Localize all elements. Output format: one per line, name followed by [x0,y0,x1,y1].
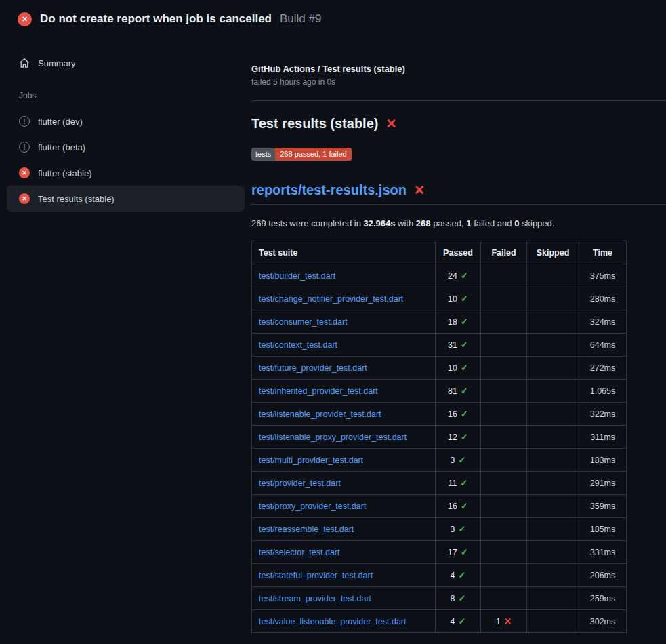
skipped-cell [527,610,579,633]
passed-cell: 18✓ [436,310,481,334]
test-suite-cell: test/reassemble_test.dart [252,518,436,541]
x-circle-icon: ✕ [18,12,32,26]
table-row: test/listenable_provider_test.dart16✓322… [252,403,627,426]
table-row: test/multi_provider_test.dart3✓183ms [252,449,627,472]
test-suite-link[interactable]: test/consumer_test.dart [259,317,348,327]
test-suite-link[interactable]: test/stateful_provider_test.dart [259,571,373,580]
failed-count: 1 [496,617,501,626]
home-icon [19,58,30,68]
alert-circle-icon: ! [19,142,30,153]
col-header-passed: Passed [436,241,481,264]
sidebar-item-label: flutter (stable) [38,168,91,178]
check-icon: ✓ [461,432,468,442]
table-row: test/stream_provider_test.dart8✓259ms [252,587,627,610]
time-cell: 322ms [579,403,627,426]
report-heading: reports/test-results.json ✕ [251,182,666,205]
test-suite-cell: test/change_notifier_provider_test.dart [252,287,436,310]
test-suite-cell: test/stateful_provider_test.dart [252,564,436,587]
passed-count: 31 [448,340,457,350]
test-suite-link[interactable]: test/reassemble_test.dart [259,525,354,534]
sidebar-item-test-results-stable[interactable]: ✕Test results (stable) [7,186,245,212]
check-icon: ✓ [461,363,468,373]
check-icon: ✓ [459,570,466,580]
table-row: test/future_provider_test.dart10✓272ms [252,357,627,380]
time-cell: 324ms [579,310,627,334]
test-suite-link[interactable]: test/value_listenable_provider_test.dart [259,617,407,626]
alert-circle-icon: ! [19,116,30,127]
passed-cell: 81✓ [436,380,481,403]
passed-count: 24 [448,271,457,281]
time-cell: 272ms [579,357,627,380]
test-suite-cell: test/builder_test.dart [252,264,436,287]
skipped-cell [527,449,579,472]
skipped-cell [527,403,579,426]
passed-cell: 24✓ [436,264,481,287]
table-row: test/selector_test.dart17✓331ms [252,541,627,564]
breadcrumb: GitHub Actions / Test results (stable) [251,64,666,74]
check-icon: ✓ [459,593,466,603]
table-header-row: Test suite Passed Failed Skipped Time [252,241,627,264]
skipped-cell [527,564,579,587]
sidebar-item-label: flutter (beta) [38,142,85,153]
check-icon: ✓ [461,317,468,327]
passed-cell: 4✓ [436,564,481,587]
test-suite-link[interactable]: test/stream_provider_test.dart [259,594,371,603]
test-suite-cell: test/selector_test.dart [252,541,436,564]
test-suite-link[interactable]: test/listenable_proxy_provider_test.dart [259,432,407,442]
table-row: test/proxy_provider_test.dart16✓359ms [252,495,627,518]
divider [251,100,666,101]
passed-count: 18 [448,317,457,327]
test-suite-link[interactable]: test/inherited_provider_test.dart [259,386,378,396]
sidebar-item-flutter-beta[interactable]: !flutter (beta) [7,134,245,160]
passed-cell: 8✓ [436,587,481,610]
test-suite-cell: test/multi_provider_test.dart [252,449,436,472]
app-header: ✕ Do not create report when job is cance… [0,0,666,38]
table-row: test/builder_test.dart24✓375ms [252,264,627,287]
failed-cell [481,472,527,495]
test-suite-link[interactable]: test/multi_provider_test.dart [259,456,363,465]
time-cell: 302ms [579,610,627,633]
test-suite-link[interactable]: test/future_provider_test.dart [259,363,367,373]
check-icon: ✓ [461,340,468,350]
failed-cell [481,518,527,541]
test-suite-link[interactable]: test/context_test.dart [259,340,337,350]
failed-cell [481,587,527,610]
test-suite-link[interactable]: test/change_notifier_provider_test.dart [259,294,403,304]
test-suite-link[interactable]: test/proxy_provider_test.dart [259,502,366,511]
sidebar-summary-label: Summary [38,58,76,68]
test-suite-cell: test/listenable_proxy_provider_test.dart [252,426,436,449]
failed-cell [481,380,527,403]
test-suite-link[interactable]: test/provider_test.dart [259,479,341,488]
time-cell: 331ms [579,541,627,564]
sidebar-item-summary[interactable]: Summary [7,52,245,75]
test-suite-link[interactable]: test/builder_test.dart [259,271,335,281]
sidebar-item-label: flutter (dev) [38,117,83,127]
check-icon: ✓ [459,524,466,534]
test-suite-link[interactable]: test/selector_test.dart [259,548,340,557]
skipped-cell [527,518,579,541]
sidebar-jobs: !flutter (dev)!flutter (beta)✕flutter (s… [0,108,251,212]
report-file-link[interactable]: reports/test-results.json [251,182,407,198]
passed-cell: 10✓ [436,357,481,380]
section-heading: Test results (stable) ✕ [251,116,666,132]
skipped-cell [527,264,579,287]
skipped-cell [527,287,579,310]
failed-cell [481,403,527,426]
skipped-cell [527,380,579,403]
layout: Summary Jobs !flutter (dev)!flutter (bet… [0,38,666,633]
summary-part: failed and [472,218,515,228]
sidebar-item-flutter-stable[interactable]: ✕flutter (stable) [7,160,245,186]
summary-part: passed, [431,218,467,228]
check-icon: ✓ [461,294,468,304]
failed-cell [481,357,527,380]
sidebar-item-label: Test results (stable) [38,194,115,204]
skipped-cell [527,310,579,334]
time-cell: 185ms [579,518,627,541]
passed-cell: 16✓ [436,403,481,426]
test-suite-link[interactable]: test/listenable_provider_test.dart [259,409,381,419]
table-row: test/provider_test.dart11✓291ms [252,472,627,495]
failed-cell [481,264,527,287]
sidebar-item-flutter-dev[interactable]: !flutter (dev) [7,108,245,134]
passed-count: 8 [451,594,455,603]
table-row: test/listenable_proxy_provider_test.dart… [252,426,627,449]
